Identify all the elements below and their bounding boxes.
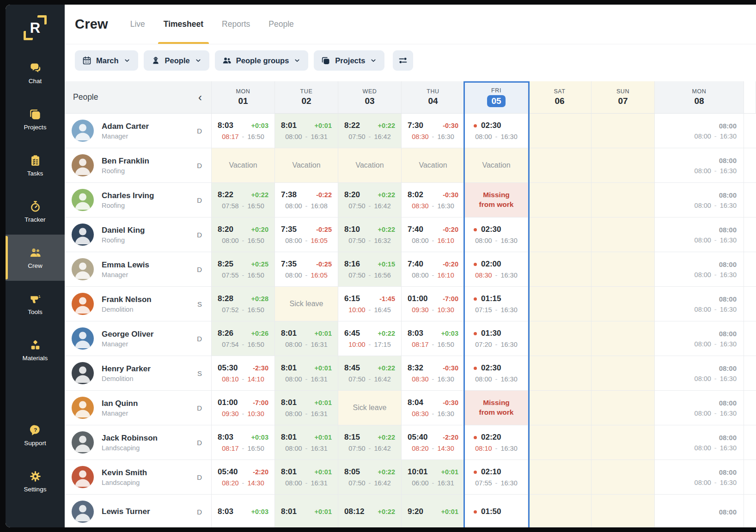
- filter-people-button[interactable]: People: [144, 50, 209, 71]
- day-header-mon-08[interactable]: MON08: [655, 81, 744, 114]
- weekend-cell[interactable]: [591, 287, 655, 321]
- timesheet-cell[interactable]: 7:38-0:2208:00-16:08: [275, 183, 338, 218]
- timesheet-cell[interactable]: 8:20+0:2207:50-16:42: [338, 183, 402, 218]
- sidebar-item-crew[interactable]: Crew: [6, 235, 65, 281]
- sidebar-item-materials[interactable]: Materials: [6, 327, 65, 373]
- weekend-cell[interactable]: [528, 321, 591, 356]
- tab-live[interactable]: Live: [129, 5, 146, 44]
- timesheet-cell-today[interactable]: 01:3007:20-16:30: [465, 321, 528, 356]
- person-cell[interactable]: Ben FranklinRoofing D: [65, 148, 212, 183]
- sidebar-item-tracker[interactable]: Tracker: [6, 188, 65, 235]
- timesheet-cell[interactable]: 8:26+0:2607:54-16:50: [212, 321, 275, 356]
- timesheet-cell[interactable]: 8:01+0:0108:00-16:31: [275, 356, 338, 391]
- timesheet-cell[interactable]: 01:00-7:0009:30-10:30: [212, 391, 275, 425]
- timesheet-cell[interactable]: 05:30-2:3008:10-14:10: [212, 356, 275, 391]
- timesheet-cell[interactable]: 01:00-7:0009:30-10:30: [402, 287, 465, 321]
- planned-cell[interactable]: 08:0008:00-16:30: [655, 356, 744, 391]
- day-header-fri-05[interactable]: FRI05: [465, 81, 528, 114]
- filter-projects-button[interactable]: Projects: [314, 50, 384, 71]
- timesheet-cell[interactable]: 8:22+0:2207:50-16:42: [338, 114, 402, 148]
- status-cell-vacation[interactable]: Vacation: [275, 148, 338, 183]
- timesheet-cell[interactable]: 8:04-0:3008:30-16:30: [402, 391, 465, 425]
- planned-cell[interactable]: 08:0008:00-16:30: [655, 460, 744, 495]
- planned-cell[interactable]: 08:0008:00-16:30: [655, 183, 744, 218]
- weekend-cell[interactable]: [528, 425, 591, 460]
- weekend-cell[interactable]: [528, 356, 591, 391]
- planned-cell[interactable]: 08:0008:00-16:30: [655, 287, 744, 321]
- timesheet-cell[interactable]: 8:32-0:3008:30-16:30: [402, 356, 465, 391]
- planned-cell[interactable]: 08:0008:00-16:30: [655, 321, 744, 356]
- status-cell-sick[interactable]: Sick leave: [275, 287, 338, 321]
- weekend-cell[interactable]: [591, 148, 655, 183]
- weekend-cell[interactable]: [528, 391, 591, 425]
- sidebar-item-projects[interactable]: Projects: [6, 96, 65, 142]
- timesheet-cell[interactable]: 7:35-0:2508:00-16:05: [275, 252, 338, 287]
- status-cell-vacation[interactable]: Vacation: [465, 148, 528, 183]
- person-cell[interactable]: Adam CarterManager D: [65, 114, 212, 148]
- day-header-mon-01[interactable]: MON01: [212, 81, 275, 114]
- timesheet-cell[interactable]: 8:01+0:0108:00-16:31: [275, 460, 338, 495]
- timesheet-cell[interactable]: 10:01+0:0106:00-16:31: [402, 460, 465, 495]
- timesheet-cell[interactable]: 8:22+0:2207:58-16:50: [212, 183, 275, 218]
- timesheet-cell[interactable]: 8:15+0:2207:50-16:42: [338, 425, 402, 460]
- timesheet-cell-today[interactable]: 02:3008:00-16:30: [465, 356, 528, 391]
- planned-cell[interactable]: 08:0008:00-16:30: [655, 218, 744, 252]
- timesheet-cell[interactable]: 8:01+0:01: [275, 495, 338, 527]
- day-header-wed-03[interactable]: WED03: [338, 81, 402, 114]
- timesheet-cell[interactable]: 7:40-0:2008:00-16:10: [402, 218, 465, 252]
- weekend-cell[interactable]: [591, 425, 655, 460]
- weekend-cell[interactable]: [591, 391, 655, 425]
- weekend-cell[interactable]: [591, 252, 655, 287]
- timesheet-cell-today[interactable]: 01:50: [465, 495, 528, 527]
- view-toggle-button[interactable]: [393, 50, 413, 71]
- weekend-cell[interactable]: [528, 218, 591, 252]
- timesheet-cell[interactable]: 8:03+0:0308:17-16:50: [212, 114, 275, 148]
- timesheet-cell[interactable]: 8:01+0:0108:00-16:31: [275, 114, 338, 148]
- status-cell-vacation[interactable]: Vacation: [338, 148, 402, 183]
- weekend-cell[interactable]: [528, 114, 591, 148]
- timesheet-cell[interactable]: 8:01+0:0108:00-16:31: [275, 425, 338, 460]
- sidebar-item-support[interactable]: ?Support: [6, 412, 65, 458]
- timesheet-cell[interactable]: 8:05+0:2207:50-16:42: [338, 460, 402, 495]
- timesheet-cell[interactable]: 7:35-0:2508:00-16:05: [275, 218, 338, 252]
- weekend-cell[interactable]: [528, 252, 591, 287]
- timesheet-cell[interactable]: 9:20+0:01: [402, 495, 465, 527]
- timesheet-cell[interactable]: 8:03+0:0308:17-16:50: [212, 425, 275, 460]
- day-header-sat-06[interactable]: SAT06: [528, 81, 591, 114]
- person-cell[interactable]: George OliverManager D: [65, 321, 212, 356]
- filter-people-groups-button[interactable]: People groups: [215, 50, 309, 71]
- timesheet-cell[interactable]: 8:03+0:03: [212, 495, 275, 527]
- sidebar-item-tasks[interactable]: Tasks: [6, 142, 65, 188]
- tab-people[interactable]: People: [268, 5, 295, 44]
- timesheet-cell[interactable]: 7:40-0:2008:00-16:10: [402, 252, 465, 287]
- timesheet-cell[interactable]: 8:01+0:0108:00-16:31: [275, 391, 338, 425]
- timesheet-cell-today[interactable]: 02:3008:00-16:30: [465, 218, 528, 252]
- timesheet-cell[interactable]: 8:45+0:2207:50-16:42: [338, 356, 402, 391]
- timesheet-cell[interactable]: 8:20+0:2008:00-16:50: [212, 218, 275, 252]
- timesheet-cell-today[interactable]: 02:1007:55-16:30: [465, 460, 528, 495]
- person-cell[interactable]: Kevin SmithLandscaping D: [65, 460, 212, 495]
- tab-timesheet[interactable]: Timesheet: [163, 5, 204, 44]
- weekend-cell[interactable]: [591, 460, 655, 495]
- planned-cell[interactable]: 08:0008:00-16:30: [655, 425, 744, 460]
- timesheet-cell[interactable]: 8:01+0:0108:00-16:31: [275, 321, 338, 356]
- timesheet-cell[interactable]: 8:25+0:2507:55-16:50: [212, 252, 275, 287]
- weekend-cell[interactable]: [591, 321, 655, 356]
- weekend-cell[interactable]: [591, 114, 655, 148]
- day-header-thu-04[interactable]: THU04: [402, 81, 465, 114]
- weekend-cell[interactable]: [528, 495, 591, 527]
- person-cell[interactable]: Emma LewisManager D: [65, 252, 212, 287]
- timesheet-cell[interactable]: 8:10+0:2207:50-16:32: [338, 218, 402, 252]
- timesheet-cell[interactable]: 6:45+0:2210:00-17:15: [338, 321, 402, 356]
- timesheet-cell-today[interactable]: 02:2008:10-16:30: [465, 425, 528, 460]
- timesheet-cell[interactable]: 8:02-0:3008:30-16:30: [402, 183, 465, 218]
- sidebar-item-chat[interactable]: Chat: [6, 50, 65, 96]
- weekend-cell[interactable]: [591, 183, 655, 218]
- planned-cell[interactable]: 08:00: [655, 495, 744, 527]
- weekend-cell[interactable]: [528, 148, 591, 183]
- status-cell-sick[interactable]: Sick leave: [338, 391, 402, 425]
- timesheet-cell[interactable]: 8:28+0:2807:52-16:50: [212, 287, 275, 321]
- weekend-cell[interactable]: [528, 183, 591, 218]
- timesheet-cell[interactable]: 6:15-1:4510:00-16:45: [338, 287, 402, 321]
- status-cell-missing[interactable]: Missing from work: [465, 183, 528, 218]
